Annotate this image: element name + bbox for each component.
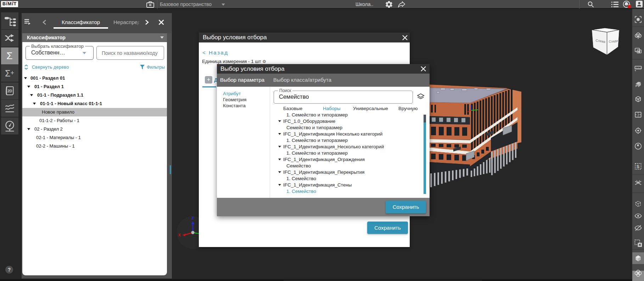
svg-text:Z: Z <box>191 216 194 220</box>
svg-text:2D: 2D <box>7 89 12 93</box>
svg-text:X: X <box>178 233 181 237</box>
svg-text:S: S <box>637 164 639 169</box>
